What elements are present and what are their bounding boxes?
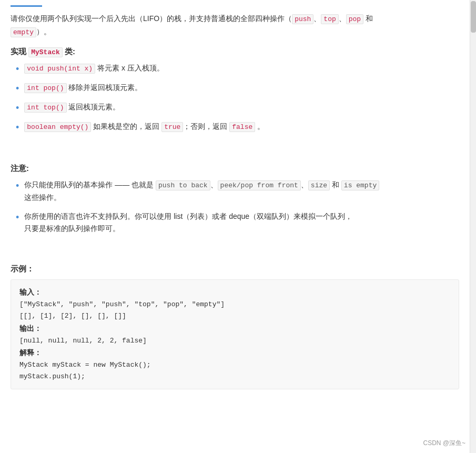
method-item-push: void push(int x) 将元素 x 压入栈顶。	[16, 62, 459, 76]
scrollbar-thumb[interactable]	[471, 1, 476, 33]
input-line2: [[], [1], [2], [], [], []]	[19, 312, 126, 320]
intro-code-pop: pop	[346, 14, 363, 24]
method-item-pop: int pop() 移除并返回栈顶元素。	[16, 82, 459, 96]
implement-title: 实现 MyStack 类:	[11, 47, 459, 57]
explain-label: 解释：	[19, 348, 42, 357]
example-section: 示例： 输入： ["MyStack", "push", "push", "top…	[11, 264, 459, 389]
code-is-empty: is empty	[341, 180, 379, 190]
code-true: true	[161, 122, 183, 132]
explain-line2: myStack.push(1);	[19, 373, 85, 380]
note-2-text: 你所使用的语言也许不支持队列。你可以使用 list（列表）或者 deque（双端…	[24, 210, 352, 236]
intro-paragraph: 请你仅使用两个队列实现一个后入先出（LIFO）的栈，并支持普通栈的全部四种操作（…	[11, 12, 459, 39]
main-content: 请你仅使用两个队列实现一个后入先出（LIFO）的栈，并支持普通栈的全部四种操作（…	[0, 0, 470, 400]
note-section: 注意: 你只能使用队列的基本操作 —— 也就是 push to back、pee…	[11, 164, 459, 235]
example-title: 示例：	[11, 264, 459, 274]
mystack-code: MyStack	[28, 47, 63, 57]
note-title: 注意:	[11, 164, 459, 174]
input-label: 输入：	[19, 288, 42, 296]
code-size: size	[308, 180, 330, 190]
method-item-top: int top() 返回栈顶元素。	[16, 101, 459, 115]
code-pop-sig: int pop()	[24, 83, 66, 93]
code-false: false	[229, 122, 255, 132]
output-label: 输出：	[19, 324, 42, 333]
code-push-sig: void push(int x)	[24, 64, 95, 74]
note-1-text: 你只能使用队列的基本操作 —— 也就是 push to back、peek/po…	[24, 179, 379, 204]
watermark: CSDN @深鱼~	[423, 439, 465, 448]
method-top-text: int top() 返回栈顶元素。	[24, 101, 120, 114]
intro-code-push: push	[292, 14, 313, 24]
example-code-block: 输入： ["MyStack", "push", "push", "top", "…	[11, 279, 459, 389]
output-value: [null, null, null, 2, 2, false]	[19, 337, 147, 345]
explain-line1: MyStack myStack = new MyStack();	[19, 361, 151, 369]
note-item-2: 你所使用的语言也许不支持队列。你可以使用 list（列表）或者 deque（双端…	[16, 210, 459, 236]
code-empty-sig: boolean empty()	[24, 122, 91, 132]
watermark-text: CSDN @深鱼~	[423, 439, 465, 447]
method-pop-text: int pop() 移除并返回栈顶元素。	[24, 82, 142, 94]
spacer1	[11, 145, 459, 153]
code-push-to-back: push to back	[156, 180, 210, 190]
top-accent-line	[11, 5, 42, 7]
note-list: 你只能使用队列的基本操作 —— 也就是 push to back、peek/po…	[11, 179, 459, 235]
code-top-sig: int top()	[24, 103, 66, 113]
input-line1: ["MyStack", "push", "push", "top", "pop"…	[19, 300, 225, 308]
method-list: void push(int x) 将元素 x 压入栈顶。 int pop() 移…	[11, 62, 459, 135]
scrollbar[interactable]	[470, 0, 476, 453]
spacer2	[11, 246, 459, 254]
intro-code-empty: empty	[11, 27, 36, 37]
method-item-empty: boolean empty() 如果栈是空的，返回 true；否则，返回 fal…	[16, 120, 459, 135]
code-peek-pop: peek/pop from front	[218, 180, 301, 190]
note-item-1: 你只能使用队列的基本操作 —— 也就是 push to back、peek/po…	[16, 179, 459, 204]
method-empty-text: boolean empty() 如果栈是空的，返回 true；否则，返回 fal…	[24, 120, 265, 133]
method-push-text: void push(int x) 将元素 x 压入栈顶。	[24, 62, 164, 75]
intro-code-top: top	[321, 14, 338, 24]
